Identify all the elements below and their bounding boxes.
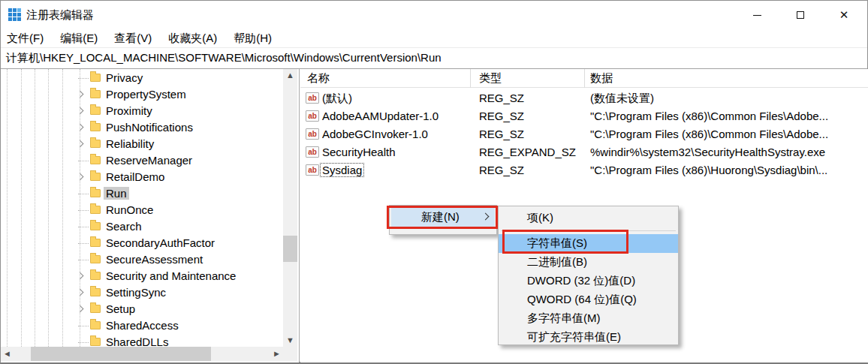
expand-chevron-icon[interactable] — [77, 91, 84, 98]
tree-item-run[interactable]: Run — [1, 185, 282, 202]
tree-connector — [78, 194, 89, 194]
maximize-button[interactable] — [779, 1, 822, 29]
folder-icon — [90, 156, 101, 164]
folder-icon — [90, 288, 101, 296]
string-value-icon: ab — [306, 92, 319, 104]
tree-item-retaildemo[interactable]: RetailDemo — [1, 169, 282, 185]
menu-view[interactable]: 查看(V) — [114, 32, 160, 46]
string-value-icon: ab — [306, 128, 319, 140]
column-separator[interactable] — [470, 69, 471, 88]
string-value-icon: ab — [306, 164, 319, 176]
list-header: 名称 类型 数据 — [300, 69, 868, 88]
tree-item-security-and-maintenance[interactable]: Security and Maintenance — [1, 268, 282, 284]
folder-icon — [90, 140, 101, 148]
tree-item-proximity[interactable]: Proximity — [1, 103, 282, 119]
value-row-default[interactable]: ab (默认) REG_SZ (数值未设置) — [300, 89, 868, 107]
vertical-scroll-thumb[interactable] — [283, 236, 297, 262]
column-header-type[interactable]: 类型 — [479, 71, 502, 86]
folder-icon — [90, 74, 101, 82]
tree-item-secondaryauthfactor[interactable]: SecondaryAuthFactor — [1, 235, 282, 251]
value-row-securityhealth[interactable]: ab SecurityHealth REG_EXPAND_SZ %windir%… — [300, 143, 868, 161]
folder-icon — [90, 255, 101, 263]
expand-chevron-icon[interactable] — [77, 140, 84, 148]
tree-connector — [78, 260, 89, 260]
tree-item-sharedaccess[interactable]: SharedAccess — [1, 317, 282, 334]
folder-icon — [90, 173, 101, 181]
expand-chevron-icon[interactable] — [77, 173, 84, 181]
value-row-adobeaamupdater[interactable]: ab AdobeAAMUpdater-1.0 REG_SZ "C:\Progra… — [300, 107, 868, 125]
submenu-item-string-value[interactable]: 字符串值(S) — [499, 234, 678, 253]
submenu-item-binary-value[interactable]: 二进制值(B) — [499, 253, 678, 272]
maximize-icon — [797, 11, 804, 19]
tree-vertical-scrollbar[interactable]: ▲ ▼ — [283, 69, 297, 347]
new-submenu: 项(K) 字符串值(S) 二进制值(B) DWORD (32 位)值(D) QW… — [498, 206, 679, 345]
submenu-item-qword-value[interactable]: QWORD (64 位)值(Q) — [499, 290, 678, 309]
tree-item-search[interactable]: Search — [1, 218, 282, 235]
scrollbar-corner — [283, 347, 297, 361]
folder-icon — [90, 123, 101, 131]
scroll-up-icon[interactable]: ▲ — [283, 69, 297, 82]
tree-item-secureassessment[interactable]: SecureAssessment — [1, 251, 282, 268]
registry-path: 计算机\HKEY_LOCAL_MACHINE\SOFTWARE\Microsof… — [1, 51, 442, 65]
folder-icon — [90, 107, 101, 115]
expand-chevron-icon[interactable] — [77, 305, 84, 313]
expand-chevron-icon[interactable] — [77, 124, 84, 131]
column-separator[interactable] — [584, 69, 585, 88]
tree-connector — [78, 227, 89, 227]
tree-item-settingsync[interactable]: SettingSync — [1, 284, 282, 301]
column-header-data[interactable]: 数据 — [590, 71, 613, 86]
tree-connector — [78, 78, 89, 79]
menu-help[interactable]: 帮助(H) — [234, 32, 280, 46]
horizontal-scroll-thumb[interactable] — [31, 347, 211, 361]
value-row-sysdiag[interactable]: ab Sysdiag REG_SZ "C:\Program Files (x86… — [300, 161, 868, 179]
address-bar[interactable]: 计算机\HKEY_LOCAL_MACHINE\SOFTWARE\Microsof… — [1, 47, 867, 69]
expand-chevron-icon[interactable] — [77, 272, 84, 280]
folder-icon — [90, 321, 101, 329]
value-row-adobegcinvoker[interactable]: ab AdobeGCInvoker-1.0 REG_SZ "C:\Program… — [300, 125, 868, 143]
column-header-name[interactable]: 名称 — [307, 71, 330, 86]
submenu-item-key[interactable]: 项(K) — [499, 209, 678, 227]
expand-chevron-icon[interactable] — [77, 289, 84, 296]
close-button[interactable]: ✕ — [822, 1, 866, 29]
context-menu-item-new[interactable]: 新建(N) — [391, 207, 495, 227]
string-value-icon: ab — [306, 110, 319, 122]
registry-editor-window: 注册表编辑器 ✕ 文件(F) 编辑(E) 查看(V) 收藏夹(A) 帮助(H) … — [0, 0, 868, 364]
tree-connector — [78, 326, 89, 326]
tree-item-reliability[interactable]: Reliability — [1, 136, 282, 152]
submenu-arrow-icon — [482, 213, 490, 221]
folder-icon — [90, 239, 101, 247]
tree-item-privacy[interactable]: Privacy — [1, 70, 282, 86]
tree-horizontal-scrollbar[interactable]: ◄ ► — [1, 347, 283, 361]
submenu-item-dword-value[interactable]: DWORD (32 位)值(D) — [499, 272, 678, 290]
folder-icon — [90, 272, 101, 280]
scroll-down-icon[interactable]: ▼ — [283, 334, 297, 347]
window-title: 注册表编辑器 — [26, 8, 94, 23]
string-value-icon: ab — [306, 146, 319, 158]
tree-item-propertysystem[interactable]: PropertySystem — [1, 86, 282, 103]
title-bar: 注册表编辑器 ✕ — [1, 1, 867, 29]
menu-favorites[interactable]: 收藏夹(A) — [168, 32, 225, 46]
minimize-icon — [753, 15, 761, 16]
menu-edit[interactable]: 编辑(E) — [60, 32, 106, 46]
menu-bar: 文件(F) 编辑(E) 查看(V) 收藏夹(A) 帮助(H) — [1, 29, 867, 47]
submenu-item-expandable-string-value[interactable]: 可扩充字符串值(E) — [499, 328, 678, 347]
tree-item-pushnotifications[interactable]: PushNotifications — [1, 119, 282, 136]
tree-connector — [78, 210, 89, 211]
folder-icon — [90, 305, 101, 313]
folder-icon — [90, 338, 101, 346]
scroll-right-icon[interactable]: ► — [270, 347, 283, 361]
submenu-item-multi-string-value[interactable]: 多字符串值(M) — [499, 309, 678, 328]
expand-chevron-icon[interactable] — [77, 107, 84, 115]
tree-item-setup[interactable]: Setup — [1, 301, 282, 317]
registry-app-icon — [8, 8, 21, 21]
tree-item-runonce[interactable]: RunOnce — [1, 202, 282, 218]
menu-file[interactable]: 文件(F) — [7, 32, 52, 46]
minimize-button[interactable] — [735, 1, 779, 29]
tree-connector — [78, 161, 89, 161]
scroll-left-icon[interactable]: ◄ — [1, 347, 14, 361]
tree-item-reservemanager[interactable]: ReserveManager — [1, 152, 282, 169]
tree-connector — [78, 243, 89, 244]
close-icon: ✕ — [839, 8, 849, 22]
folder-icon — [90, 189, 101, 197]
menu-separator — [499, 227, 678, 234]
